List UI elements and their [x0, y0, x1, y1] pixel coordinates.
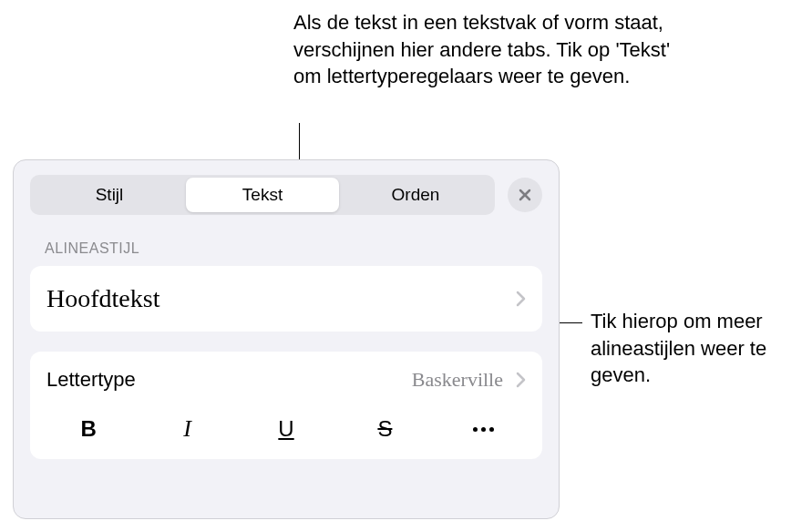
italic-button[interactable]: I: [138, 406, 236, 452]
tab-arrange[interactable]: Orden: [339, 178, 492, 212]
chevron-right-icon: [516, 291, 526, 307]
more-options-button[interactable]: [435, 418, 533, 441]
tab-text[interactable]: Tekst: [186, 178, 339, 212]
close-icon: [518, 188, 532, 202]
font-label: Lettertype: [46, 368, 136, 392]
paragraph-style-row[interactable]: Hoofdtekst: [30, 266, 542, 332]
strikethrough-button[interactable]: S: [335, 407, 434, 451]
panel-header: Stijl Tekst Orden: [14, 160, 559, 215]
font-value-wrap: Baskerville: [412, 368, 526, 392]
font-card: Lettertype Baskerville B I U S: [30, 352, 542, 459]
segmented-control: Stijl Tekst Orden: [30, 175, 495, 215]
paragraph-style-card: Hoofdtekst: [30, 266, 542, 332]
callout-right-text: Tik hierop om meer alineastijlen weer te…: [591, 308, 809, 389]
bold-button[interactable]: B: [39, 407, 138, 451]
font-value: Baskerville: [412, 368, 503, 392]
paragraph-style-label: ALINEASTIJL: [14, 215, 559, 266]
chevron-right-icon: [516, 372, 526, 388]
underline-button[interactable]: U: [237, 407, 335, 451]
close-button[interactable]: [508, 178, 542, 212]
paragraph-style-name: Hoofdtekst: [46, 284, 159, 313]
tab-style[interactable]: Stijl: [33, 178, 186, 212]
callout-top-text: Als de tekst in een tekstvak of vorm sta…: [293, 9, 685, 90]
font-row[interactable]: Lettertype Baskerville: [30, 352, 542, 404]
text-style-row: B I U S: [30, 404, 542, 459]
ellipsis-icon: [473, 427, 494, 432]
format-panel: Stijl Tekst Orden ALINEASTIJL Hoofdtekst…: [13, 159, 560, 519]
